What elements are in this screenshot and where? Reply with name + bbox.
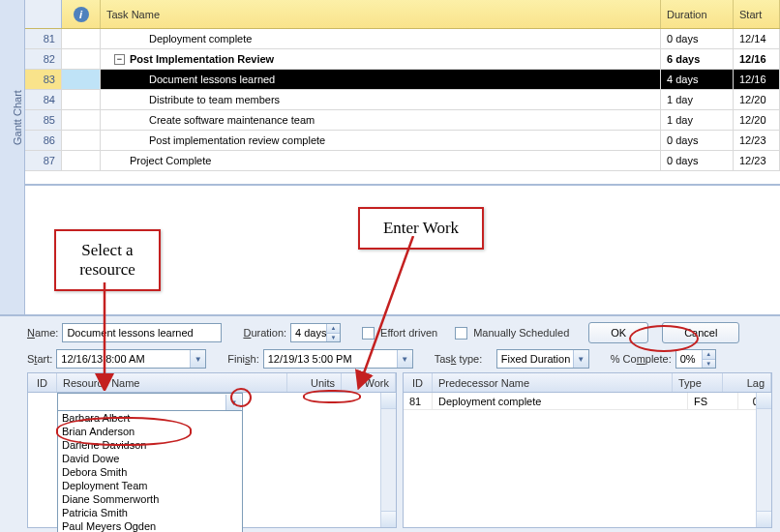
resource-option[interactable]: Deployment Team [58,479,242,492]
manually-scheduled-label: Manually Scheduled [473,327,569,339]
row-number: 86 [25,131,62,150]
task-grid-header: i Task Name Duration Start [25,0,780,29]
effort-driven-checkbox[interactable] [362,327,375,340]
gantt-chart-tab[interactable]: Gantt Chart [0,0,25,314]
resource-option[interactable]: David Dowe [58,452,242,465]
task-duration-cell[interactable]: 1 day [661,90,734,109]
task-row[interactable]: 83Document lessons learned4 days12/16 [25,70,780,90]
finish-label: Finish: [227,353,258,365]
percent-complete-label: % Complete: [611,353,672,365]
pred-name-header[interactable]: Predecessor Name [433,373,673,392]
ok-button[interactable]: OK [588,322,648,343]
pred-type-cell: FS [688,393,738,409]
row-info-cell [62,29,101,48]
task-row[interactable]: 81Deployment complete0 days12/14 [25,29,780,49]
pred-id-cell: 81 [404,393,433,409]
manually-scheduled-checkbox[interactable] [455,327,467,340]
task-grid-body: 81Deployment complete0 days12/1482−Post … [25,29,780,171]
task-start-cell[interactable]: 12/23 [734,131,780,150]
pred-name-cell: Deployment complete [433,393,688,409]
task-name-cell[interactable]: Create software maintenance team [101,110,661,130]
task-row[interactable]: 85Create software maintenance team1 day1… [25,110,780,131]
task-start-cell[interactable]: 12/23 [734,151,780,170]
pred-lag-header[interactable]: Lag [723,373,771,392]
tasktype-dropdown-icon[interactable]: ▼ [573,350,588,368]
row-info-cell [62,151,101,170]
task-duration-cell[interactable]: 6 days [661,49,734,69]
task-row[interactable]: 82−Post Implementation Review6 days12/16 [25,49,780,70]
predecessor-row[interactable]: 81 Deployment complete FS 0d [404,393,771,410]
row-header-blank [25,0,62,28]
res-id-header[interactable]: ID [28,373,57,392]
percent-complete-spinner[interactable]: ▲▼ [702,350,715,368]
predecessor-grid: ID Predecessor Name Type Lag 81 Deployme… [403,372,772,528]
row-number: 81 [25,29,62,48]
row-info-cell [62,110,101,130]
task-row[interactable]: 84Distribute to team members1 day12/20 [25,90,780,110]
resource-dropdown-list[interactable]: Barbara AlbertBrian AndersonDarlene Davi… [58,411,242,532]
task-duration-cell[interactable]: 0 days [661,29,734,48]
callout-enter-work: Enter Work [358,207,484,250]
effort-driven-label: Effort driven [380,327,437,339]
collapse-icon[interactable]: − [114,54,125,65]
duration-spinner[interactable]: ▲▼ [326,324,340,341]
task-name-cell[interactable]: Post implementation review complete [101,131,661,150]
start-date-input[interactable] [56,349,206,369]
resource-dropdown-selected[interactable]: ▼ [58,394,242,411]
res-name-header[interactable]: Resource Name [57,373,287,392]
finish-date-dropdown-icon[interactable]: ▼ [397,350,412,368]
pred-id-header[interactable]: ID [404,373,433,392]
row-info-cell [62,90,101,109]
pred-type-header[interactable]: Type [673,373,723,392]
taskname-column-header[interactable]: Task Name [101,0,661,28]
row-number: 85 [25,110,62,130]
task-duration-cell[interactable]: 4 days [661,70,734,89]
task-duration-cell[interactable]: 0 days [661,131,734,150]
resource-option[interactable]: Brian Anderson [58,425,242,438]
task-name-cell[interactable]: −Post Implementation Review [101,49,661,69]
task-grid: i Task Name Duration Start 81Deployment … [25,0,780,186]
task-start-cell[interactable]: 12/16 [734,49,780,69]
resource-option[interactable]: Diane Sommerworth [58,492,242,506]
task-start-cell[interactable]: 12/20 [734,110,780,130]
resource-option[interactable]: Debora Smith [58,465,242,479]
task-start-cell[interactable]: 12/14 [734,29,780,48]
task-name-cell[interactable]: Deployment complete [101,29,661,48]
resource-option[interactable]: Barbara Albert [58,411,242,425]
resource-option[interactable]: Darlene Davidson [58,438,242,452]
cancel-button[interactable]: Cancel [662,322,739,343]
res-units-header[interactable]: Units [287,373,342,392]
info-column-header[interactable]: i [62,0,101,28]
start-date-dropdown-icon[interactable]: ▼ [190,350,205,368]
row-number: 87 [25,151,62,170]
task-duration-cell[interactable]: 1 day [661,110,734,130]
resource-grid-scrollbar[interactable] [380,393,396,527]
task-duration-cell[interactable]: 0 days [661,151,734,170]
task-row[interactable]: 87Project Complete0 days12/23 [25,151,780,171]
duration-column-header[interactable]: Duration [661,0,734,28]
res-work-header[interactable]: Work [342,373,396,392]
task-name-input[interactable] [62,323,222,342]
callout-select-resource: Select a resource [54,229,161,291]
row-number: 83 [25,70,62,89]
resource-option[interactable]: Paul Meyers Ogden [58,519,242,532]
task-name-cell[interactable]: Document lessons learned [101,70,661,89]
task-name-cell[interactable]: Project Complete [101,151,661,170]
task-detail-panel: Name: Duration: ▲▼ Effort driven Manuall… [0,314,780,532]
task-name-cell[interactable]: Distribute to team members [101,90,661,109]
resource-assignment-grid: ID Resource Name Units Work ▼ Barbara Al… [27,372,397,528]
predecessor-grid-scrollbar[interactable] [756,393,771,527]
info-icon: i [74,7,89,22]
row-number: 84 [25,90,62,109]
resource-option[interactable]: Patricia Smith [58,506,242,519]
duration-label: Duration: [243,327,286,339]
finish-date-input[interactable] [263,349,413,369]
task-start-cell[interactable]: 12/16 [734,70,780,89]
resource-dropdown-icon[interactable]: ▼ [225,395,241,410]
gantt-chart-label: Gantt Chart [12,90,23,145]
start-column-header[interactable]: Start [734,0,780,28]
start-label: Start: [27,353,52,365]
task-start-cell[interactable]: 12/20 [734,90,780,109]
task-row[interactable]: 86Post implementation review complete0 d… [25,131,780,151]
resource-dropdown[interactable]: ▼ Barbara AlbertBrian AndersonDarlene Da… [57,393,243,532]
